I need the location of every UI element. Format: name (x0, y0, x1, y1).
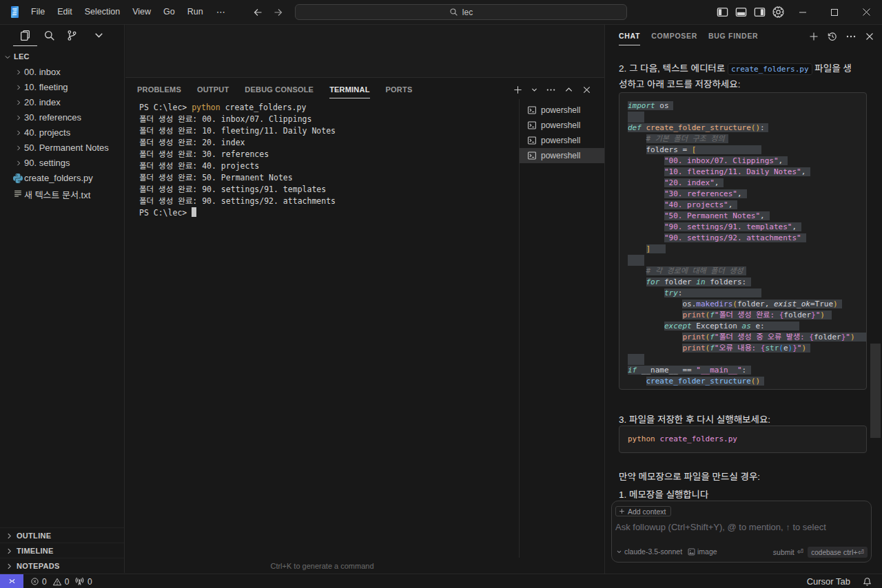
chevron-right-icon (6, 547, 13, 555)
minimize-button[interactable] (787, 0, 819, 24)
toggle-sidebar-button[interactable] (717, 6, 728, 18)
terminal-instance-powershell[interactable]: powershell (520, 133, 604, 148)
new-terminal-button[interactable] (513, 85, 523, 95)
explorer-icon[interactable] (19, 30, 31, 41)
chat-more-actions-icon[interactable] (845, 31, 857, 42)
chat-tab-chat[interactable]: CHAT (619, 32, 640, 46)
codebase-button[interactable]: codebasectrl+⏎ (808, 547, 868, 558)
chevron-right-icon (15, 84, 22, 91)
terminal-icon (527, 120, 537, 130)
search-view-icon[interactable] (43, 30, 55, 41)
attach-image-button[interactable]: image (688, 547, 717, 556)
panel-tab-ports[interactable]: PORTS (386, 78, 413, 101)
panel-more-actions-icon[interactable] (546, 85, 556, 95)
model-selector[interactable]: claude-3.5-sonnet (616, 547, 682, 556)
menu-edit[interactable]: Edit (51, 0, 79, 24)
tree-file[interactable]: 새 텍스트 문서.txt (0, 186, 124, 201)
menu-run[interactable]: Run (181, 0, 209, 24)
menu-bar: FileEditSelectionViewGoRun⋯ (25, 0, 233, 24)
tree-root-lec[interactable]: LEC (0, 50, 124, 65)
terminal-output-line: 폴더 생성 완료: 90. settings/92. attachments (139, 196, 336, 207)
panel-tab-debug-console[interactable]: DEBUG CONSOLE (245, 78, 314, 101)
chat-paragraph-3: 만약 메모장으로 파일을 만드실 경우: (619, 470, 854, 485)
forward-arrow-button[interactable] (273, 7, 284, 18)
close-window-button[interactable] (850, 0, 882, 24)
chat-paragraph-1: 2. 그 다음, 텍스트 에디터로 create_folders.py 파일을 … (619, 61, 854, 92)
toggle-secondary-sidebar-button[interactable] (754, 6, 766, 18)
maximize-button[interactable] (819, 0, 850, 24)
section-notepads[interactable]: NOTEPADS (0, 558, 124, 573)
tree-folder-30-references[interactable]: 30. references (0, 110, 124, 125)
maximize-panel-chevron-icon[interactable] (564, 85, 574, 95)
chat-tab-bug-finder[interactable]: BUG FINDER (708, 32, 758, 46)
error-count: 0 (42, 577, 47, 587)
problems-status[interactable]: 0 0 (30, 574, 69, 588)
terminal-icon (527, 136, 537, 145)
shell-command-block[interactable]: python create_folders.py (619, 426, 867, 453)
code-line: "00. inbox/07. Clippings", (628, 156, 866, 167)
tree-file[interactable]: create_folders.py (0, 171, 124, 186)
code-line: folders = [ (628, 145, 866, 156)
new-chat-button[interactable] (808, 31, 819, 42)
back-arrow-button[interactable] (252, 7, 263, 18)
menu-go[interactable]: Go (157, 0, 181, 24)
chat-scrollbar-thumb[interactable] (870, 344, 881, 438)
tree-folder-20-index[interactable]: 20. index (0, 95, 124, 110)
tree-folder-90-settings[interactable]: 90. settings (0, 156, 124, 171)
terminal-instance-powershell[interactable]: powershell (520, 103, 604, 118)
tree-folder-00-inbox[interactable]: 00. inbox (0, 65, 124, 80)
tree-folder-10-fleeting[interactable]: 10. fleeting (0, 80, 124, 95)
chat-history-icon[interactable] (827, 31, 838, 42)
code-line: ] (628, 244, 866, 255)
terminal-output-line: 폴더 생성 완료: 10. fleeting/11. Daily Notes (139, 125, 336, 137)
terminal-instance-powershell[interactable]: powershell (520, 148, 604, 163)
cursor-tab-status[interactable]: Cursor Tab (807, 574, 850, 588)
panel-tab-output[interactable]: OUTPUT (197, 78, 229, 101)
text-file-icon (13, 189, 23, 198)
more-views-chevron-icon[interactable] (93, 30, 105, 41)
toggle-panel-button[interactable] (735, 6, 747, 18)
code-line: os.makedirs(folder, exist_ok=True) (628, 299, 866, 310)
radio-tower-icon (74, 576, 85, 587)
section-outline[interactable]: OUTLINE (0, 527, 124, 543)
search-input[interactable]: lec (295, 4, 627, 20)
tree-folder-40-projects[interactable]: 40. projects (0, 125, 124, 140)
terminal-sash[interactable] (519, 99, 520, 558)
python-code-block[interactable]: import os def create_folder_structure():… (619, 92, 867, 390)
code-line: print(f"폴더 생성 중 오류 발생: {folder}") (628, 332, 866, 343)
remote-indicator[interactable] (0, 574, 23, 588)
notifications-bell-icon[interactable] (862, 576, 872, 587)
terminal-dropdown-chevron-icon[interactable] (531, 86, 538, 94)
submit-button[interactable]: submit⏎ (773, 547, 803, 556)
close-chat-icon[interactable] (864, 31, 875, 42)
menu-file[interactable]: File (25, 0, 51, 24)
chat-conversation: 2. 그 다음, 텍스트 에디터로 create_folders.py 파일을 … (605, 50, 882, 574)
source-control-icon[interactable] (66, 30, 78, 41)
terminal-output-line: 폴더 생성 완료: 50. Permanent Notes (139, 172, 336, 184)
chat-input-box[interactable]: Add context Ask followup (Ctrl+Shift+Y),… (611, 501, 872, 563)
ports-status[interactable]: 0 (74, 574, 92, 588)
terminal-instance-powershell[interactable]: powershell (520, 118, 604, 133)
menu-more-button[interactable]: ⋯ (209, 7, 233, 17)
tree-folder-50-permanent-notes[interactable]: 50. Permanent Notes (0, 140, 124, 156)
image-icon (688, 548, 695, 556)
panel-tab-terminal[interactable]: TERMINAL (329, 78, 369, 101)
cursor-app-logo (11, 6, 19, 18)
chat-panel: CHATCOMPOSERBUG FINDER 2. 그 다음, 텍스트 에디터로… (604, 25, 882, 574)
warning-count: 0 (65, 577, 70, 587)
terminal-output[interactable]: PS C:\lec> python create_folders.py폴더 생성… (139, 102, 336, 219)
chat-tab-composer[interactable]: COMPOSER (651, 32, 697, 46)
chevron-right-icon (15, 160, 22, 167)
add-context-button[interactable]: Add context (615, 506, 671, 516)
menu-selection[interactable]: Selection (79, 0, 126, 24)
panel-tab-problems[interactable]: PROBLEMS (137, 78, 181, 101)
menu-view[interactable]: View (126, 0, 157, 24)
section-timeline[interactable]: TIMELINE (0, 543, 124, 558)
close-panel-icon[interactable] (582, 85, 592, 95)
title-bar: FileEditSelectionViewGoRun⋯ lec (0, 0, 882, 25)
code-line: print(f"오류 내용: {str(e)}") (628, 343, 866, 354)
panel-tab-bar: PROBLEMSOUTPUTDEBUG CONSOLETERMINALPORTS (137, 78, 412, 101)
settings-gear-icon[interactable] (772, 6, 784, 18)
remote-icon (8, 577, 17, 586)
chevron-right-icon (6, 563, 13, 570)
